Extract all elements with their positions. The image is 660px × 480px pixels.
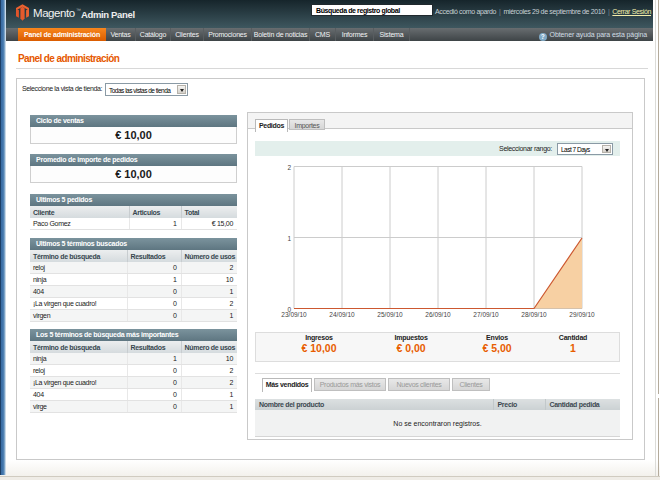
svg-text:29/09/10: 29/09/10 bbox=[569, 311, 595, 318]
svg-text:2: 2 bbox=[287, 164, 291, 171]
svg-text:27/09/10: 27/09/10 bbox=[473, 311, 499, 318]
svg-text:1: 1 bbox=[287, 235, 291, 242]
svg-text:28/09/10: 28/09/10 bbox=[521, 311, 547, 318]
svg-text:23/09/10: 23/09/10 bbox=[281, 311, 307, 318]
svg-text:24/09/10: 24/09/10 bbox=[329, 311, 355, 318]
svg-text:25/09/10: 25/09/10 bbox=[377, 311, 403, 318]
svg-text:26/09/10: 26/09/10 bbox=[425, 311, 451, 318]
